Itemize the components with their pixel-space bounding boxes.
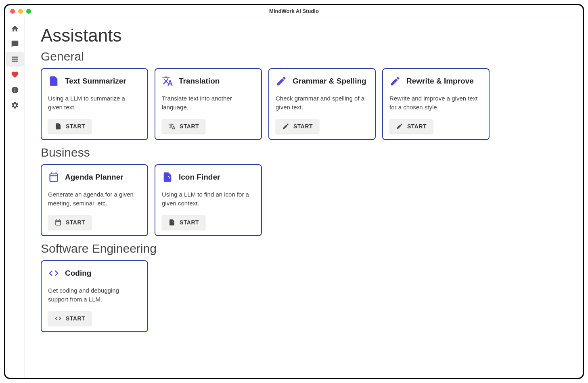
card-title: Grammar & Spelling xyxy=(293,77,366,86)
card-description: Check grammar and spelling of a given te… xyxy=(276,94,368,112)
find-icon xyxy=(162,172,173,183)
card-description: Translate text into another language. xyxy=(162,94,255,112)
pencil-icon xyxy=(276,75,287,87)
translate-icon xyxy=(162,75,173,87)
page-title: Assistants xyxy=(41,25,567,46)
chat-icon xyxy=(11,40,19,48)
section-title: General xyxy=(41,50,567,63)
pencil-icon xyxy=(389,75,401,87)
card-title: Text Summarizer xyxy=(65,77,126,86)
assistant-card: Grammar & SpellingCheck grammar and spel… xyxy=(268,68,376,140)
calendar-icon xyxy=(48,172,59,183)
start-button[interactable]: START xyxy=(276,119,319,134)
card-header: Grammar & Spelling xyxy=(276,75,368,87)
start-label: START xyxy=(66,123,85,130)
gear-icon xyxy=(11,101,19,109)
card-description: Generate an agenda for a given meeting, … xyxy=(48,190,141,208)
info-icon xyxy=(11,86,19,94)
card-title: Agenda Planner xyxy=(65,173,123,182)
doc-icon xyxy=(54,123,62,130)
titlebar: MindWork AI Studio xyxy=(5,5,583,17)
nav-favorites[interactable] xyxy=(6,67,24,82)
card-header: Rewrite & Improve xyxy=(389,75,482,87)
card-description: Get coding and debugging support from a … xyxy=(48,286,141,304)
assistant-card: CodingGet coding and debugging support f… xyxy=(41,260,148,332)
start-button[interactable]: START xyxy=(162,119,205,134)
card-description: Rewrite and improve a given text for a c… xyxy=(389,94,482,112)
code-icon xyxy=(54,315,62,322)
card-header: Icon Finder xyxy=(162,172,255,183)
app-window: MindWork AI Studio Assistants xyxy=(4,4,584,379)
nav-chat[interactable] xyxy=(6,37,24,51)
start-button[interactable]: START xyxy=(389,119,433,134)
assistant-card: Text SummarizerUsing a LLM to summarize … xyxy=(41,68,148,140)
pencil-icon xyxy=(396,123,403,130)
start-label: START xyxy=(180,219,199,226)
nav-home[interactable] xyxy=(6,21,24,36)
close-window[interactable] xyxy=(10,9,15,14)
start-label: START xyxy=(293,123,313,130)
assistant-card: TranslationTranslate text into another l… xyxy=(155,68,262,140)
translate-icon xyxy=(168,123,176,130)
start-label: START xyxy=(66,315,85,322)
start-label: START xyxy=(407,123,427,130)
start-button[interactable]: START xyxy=(48,215,92,230)
find-icon xyxy=(168,219,176,226)
heart-icon xyxy=(11,71,19,79)
pencil-icon xyxy=(282,123,289,130)
start-label: START xyxy=(180,123,199,130)
start-button[interactable]: START xyxy=(48,311,92,326)
card-description: Using a LLM to summarize a given text. xyxy=(48,94,141,112)
app-title: MindWork AI Studio xyxy=(5,8,583,14)
card-grid: Text SummarizerUsing a LLM to summarize … xyxy=(41,68,567,140)
code-icon xyxy=(48,268,59,279)
minimize-window[interactable] xyxy=(18,9,23,14)
home-icon xyxy=(11,25,19,33)
card-title: Rewrite & Improve xyxy=(406,77,474,86)
assistant-card: Agenda PlannerGenerate an agenda for a g… xyxy=(41,164,148,236)
start-button[interactable]: START xyxy=(162,215,205,230)
window-controls xyxy=(10,9,31,14)
start-button[interactable]: START xyxy=(48,119,92,134)
calendar-icon xyxy=(54,219,62,226)
section-title: Software Engineering xyxy=(41,242,567,255)
sidebar xyxy=(5,17,25,378)
card-header: Agenda Planner xyxy=(48,172,141,183)
card-description: Using a LLM to find an icon for a given … xyxy=(162,190,255,208)
card-title: Icon Finder xyxy=(179,173,220,182)
card-header: Coding xyxy=(48,268,141,279)
card-grid: Agenda PlannerGenerate an agenda for a g… xyxy=(41,164,567,236)
nav-assistants[interactable] xyxy=(6,52,24,67)
main-content: Assistants GeneralText SummarizerUsing a… xyxy=(25,17,583,378)
card-grid: CodingGet coding and debugging support f… xyxy=(41,260,567,332)
card-title: Coding xyxy=(65,269,91,278)
assistant-card: Rewrite & ImproveRewrite and improve a g… xyxy=(382,68,490,140)
start-label: START xyxy=(66,219,85,226)
doc-icon xyxy=(48,75,59,87)
assistant-card: Icon FinderUsing a LLM to find an icon f… xyxy=(155,164,262,236)
apps-icon xyxy=(11,55,19,63)
section-title: Business xyxy=(41,146,567,159)
card-header: Text Summarizer xyxy=(48,75,141,87)
card-header: Translation xyxy=(162,75,255,87)
card-title: Translation xyxy=(179,77,220,86)
nav-info[interactable] xyxy=(6,83,24,97)
maximize-window[interactable] xyxy=(26,9,31,14)
nav-settings[interactable] xyxy=(6,98,24,113)
